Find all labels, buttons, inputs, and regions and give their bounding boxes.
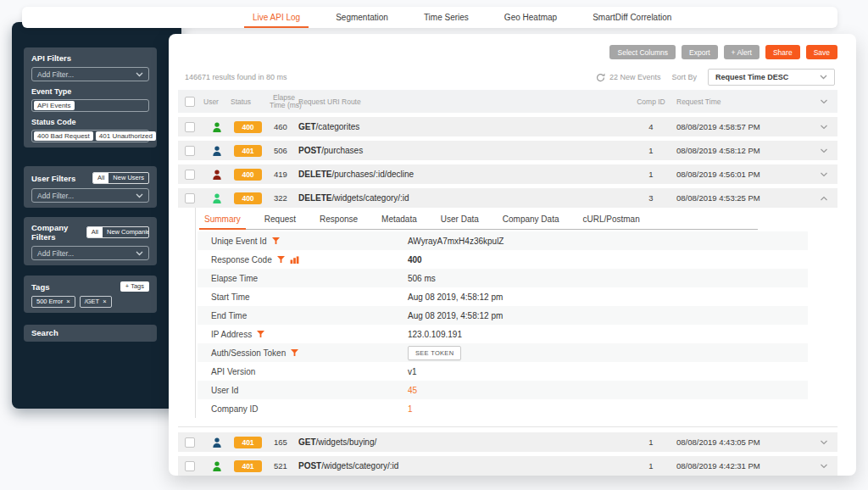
new-events-count: 22 New Events xyxy=(609,73,661,81)
row-checkbox[interactable] xyxy=(185,170,195,180)
detail-tab-summary[interactable]: Summary xyxy=(203,209,242,229)
tab-geo-heatmap[interactable]: Geo Heatmap xyxy=(501,7,560,28)
add-tags-button[interactable]: + Tags xyxy=(120,281,149,292)
select-all-checkbox[interactable] xyxy=(185,97,195,107)
user-filters-title: User Filters xyxy=(31,174,75,183)
status-badge: 400 xyxy=(234,169,262,181)
detail-tab-curl-postman[interactable]: cURL/Postman xyxy=(581,209,642,229)
detail-row-end-time: End Time Aug 08 2019, 4:58:12 pm xyxy=(198,306,808,325)
tab-segmentation[interactable]: Segmentation xyxy=(332,7,392,28)
expand-row-icon[interactable] xyxy=(820,172,828,177)
detail-tab-metadata[interactable]: Metadata xyxy=(380,209,419,229)
row-checkbox[interactable] xyxy=(185,193,195,203)
tag-label: /GET xyxy=(85,298,100,306)
filter-funnel-icon[interactable] xyxy=(272,237,280,245)
remove-tag-icon[interactable]: × xyxy=(103,298,106,306)
user-add-filter-select[interactable]: Add Filter... xyxy=(31,188,149,203)
event-type-input[interactable]: API Events xyxy=(31,99,149,112)
row-checkbox[interactable] xyxy=(185,122,195,132)
expand-row-icon[interactable] xyxy=(820,125,828,130)
table-row[interactable]: 401 521 POST/widgets/category/:id 1 08/0… xyxy=(178,456,837,476)
table-row-expanded[interactable]: 400 322 DELETE/widgets/category/:id 3 08… xyxy=(178,188,837,208)
expand-row-icon[interactable] xyxy=(820,464,828,469)
header-status: Status xyxy=(231,97,270,106)
elapse-time-value: 460 xyxy=(270,122,298,131)
detail-tab-user-data[interactable]: User Data xyxy=(439,209,481,229)
user-icon[interactable] xyxy=(212,193,222,203)
detail-tab-request[interactable]: Request xyxy=(263,209,298,229)
row-checkbox[interactable] xyxy=(185,437,195,448)
header-user: User xyxy=(203,97,231,106)
elapse-time-value: 521 xyxy=(270,461,298,471)
detail-tab-response[interactable]: Response xyxy=(318,209,359,229)
toggle-new-companies[interactable]: New Companies xyxy=(103,227,149,237)
event-type-tag[interactable]: API Events xyxy=(34,101,75,110)
save-button[interactable]: Save xyxy=(806,45,837,59)
user-filter-toggle[interactable]: All New Users xyxy=(92,172,149,184)
route-path: /purchases/:id/decline xyxy=(331,170,414,179)
status-code-input[interactable]: 400 Bad Request 401 Unauthorized xyxy=(31,130,149,142)
expand-row-icon[interactable] xyxy=(820,440,828,445)
row-checkbox[interactable] xyxy=(185,461,195,471)
company-add-filter-select[interactable]: Add Filter... xyxy=(31,246,149,260)
results-summary: 146671 results found in 80 ms xyxy=(185,73,287,81)
tag-chip-get[interactable]: /GET × xyxy=(80,296,112,308)
detail-label: Uniqe Event Id xyxy=(211,237,267,246)
collapse-row-icon[interactable] xyxy=(820,196,828,201)
sort-select[interactable]: Request Time DESC xyxy=(708,69,835,86)
company-id-link[interactable]: 1 xyxy=(408,404,808,414)
user-icon[interactable] xyxy=(212,122,222,132)
select-columns-button[interactable]: Select Columns xyxy=(609,45,676,59)
chevron-down-icon[interactable] xyxy=(820,99,828,104)
share-button[interactable]: Share xyxy=(765,45,800,59)
detail-label: Auth/Session Token xyxy=(211,348,286,358)
detail-row-api-version: API Version v1 xyxy=(198,362,808,381)
expand-row-icon[interactable] xyxy=(820,148,828,153)
api-add-filter-select[interactable]: Add Filter... xyxy=(31,67,149,81)
row-checkbox[interactable] xyxy=(185,146,195,156)
toggle-all-companies[interactable]: All xyxy=(87,227,103,237)
detail-value: AWyrayA7mxH4z36kpulZ xyxy=(408,237,808,246)
status-code-tag[interactable]: 400 Bad Request xyxy=(34,131,93,141)
detail-row-response-code: Response Code 400 xyxy=(198,250,808,269)
table-row[interactable]: 400 460 GET/categorites 4 08/08/2019 4:5… xyxy=(178,117,837,136)
tag-chip-500-error[interactable]: 500 Error × xyxy=(31,296,75,308)
see-token-button[interactable]: SEE TOKEN xyxy=(408,346,461,360)
filter-funnel-icon[interactable] xyxy=(291,349,298,357)
tab-smartdiff-correlation[interactable]: SmartDiff Correlation xyxy=(589,7,675,28)
user-icon[interactable] xyxy=(212,461,222,471)
filter-funnel-icon[interactable] xyxy=(257,331,264,338)
company-filter-toggle[interactable]: All New Companies xyxy=(86,226,149,238)
bar-chart-icon[interactable] xyxy=(290,256,299,264)
detail-tab-company-data[interactable]: Company Data xyxy=(501,209,561,229)
search-input[interactable]: Search xyxy=(31,328,149,337)
user-id-link[interactable]: 45 xyxy=(408,386,808,395)
toggle-new-users[interactable]: New Users xyxy=(108,173,148,183)
tab-time-series[interactable]: Time Series xyxy=(420,7,472,28)
add-alert-button[interactable]: + Alert xyxy=(724,45,760,59)
chevron-down-icon xyxy=(136,72,143,77)
request-route: GET/widgets/buying/ xyxy=(298,437,626,447)
table-row[interactable]: 401 506 POST/purchases 1 08/08/2019 4:58… xyxy=(178,141,837,160)
request-time-value: 08/08/2019 4:42:31 PM xyxy=(676,461,810,471)
table-row[interactable]: 400 419 DELETE/purchases/:id/decline 1 0… xyxy=(178,164,837,184)
user-icon[interactable] xyxy=(212,146,222,156)
table-row[interactable]: 401 165 GET/widgets/buying/ 1 08/08/2019… xyxy=(178,432,837,452)
detail-row-elapse-time: Elapse Time 506 ms xyxy=(198,269,808,287)
tab-live-api-log[interactable]: Live API Log xyxy=(249,7,303,28)
new-events-refresh[interactable]: 22 New Events xyxy=(596,73,661,82)
detail-value: Aug 08 2019, 4:58:12 pm xyxy=(408,292,808,302)
status-code-tag[interactable]: 401 Unauthorized xyxy=(96,131,156,141)
toggle-all-users[interactable]: All xyxy=(93,173,108,183)
status-badge: 400 xyxy=(234,192,262,204)
refresh-icon[interactable] xyxy=(596,73,605,82)
live-api-log-card: Select Columns Export + Alert Share Save… xyxy=(169,34,856,476)
user-icon[interactable] xyxy=(212,437,222,448)
filter-funnel-icon[interactable] xyxy=(277,256,285,264)
request-route: GET/categorites xyxy=(298,122,626,131)
user-icon[interactable] xyxy=(212,170,222,180)
export-button[interactable]: Export xyxy=(682,45,718,59)
search-panel[interactable]: Search xyxy=(24,325,157,342)
remove-tag-icon[interactable]: × xyxy=(66,298,70,306)
comp-id-value: 3 xyxy=(626,193,676,203)
